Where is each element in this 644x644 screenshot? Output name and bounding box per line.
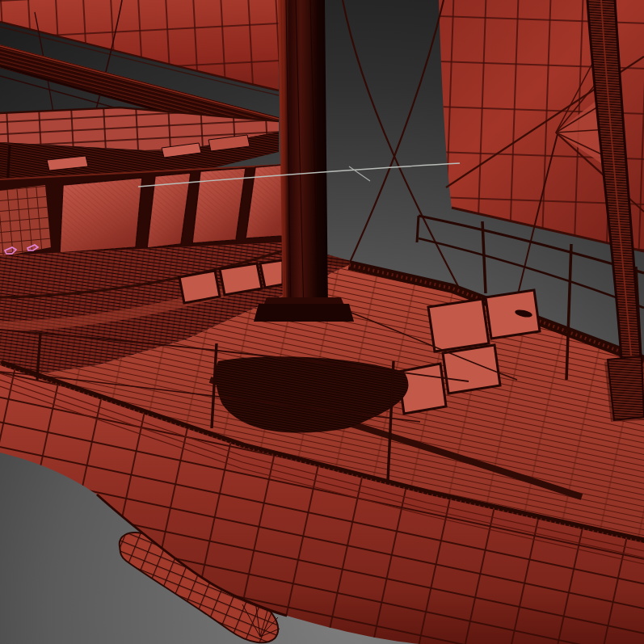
- deck-hatch[interactable]: [428, 299, 489, 351]
- deck-hatch[interactable]: [179, 271, 220, 303]
- viewport-canvas[interactable]: [0, 0, 644, 644]
- furler-drum[interactable]: [608, 356, 644, 420]
- deck-hatch[interactable]: [260, 260, 283, 288]
- viewport[interactable]: [0, 0, 644, 644]
- side-window-wireframe: [0, 185, 51, 257]
- deck-hatch[interactable]: [220, 263, 262, 295]
- rail-end: [417, 216, 419, 242]
- mast-base-plate[interactable]: [254, 304, 354, 322]
